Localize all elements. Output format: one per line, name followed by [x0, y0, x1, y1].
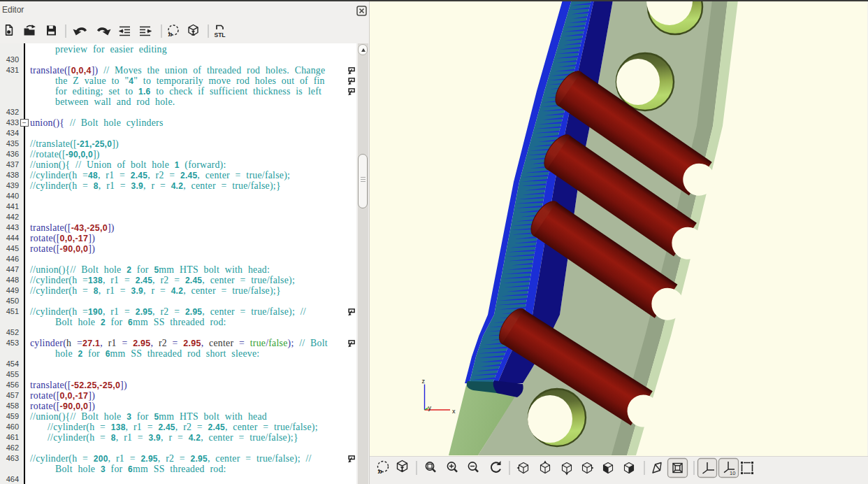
- svg-text:y: y: [428, 404, 432, 411]
- svg-text:»: »: [168, 29, 173, 39]
- svg-text:10: 10: [730, 470, 735, 476]
- svg-text:x: x: [452, 408, 456, 415]
- svg-text:z: z: [422, 378, 426, 385]
- svg-text:STL: STL: [215, 31, 226, 38]
- svg-text:»: »: [377, 466, 383, 476]
